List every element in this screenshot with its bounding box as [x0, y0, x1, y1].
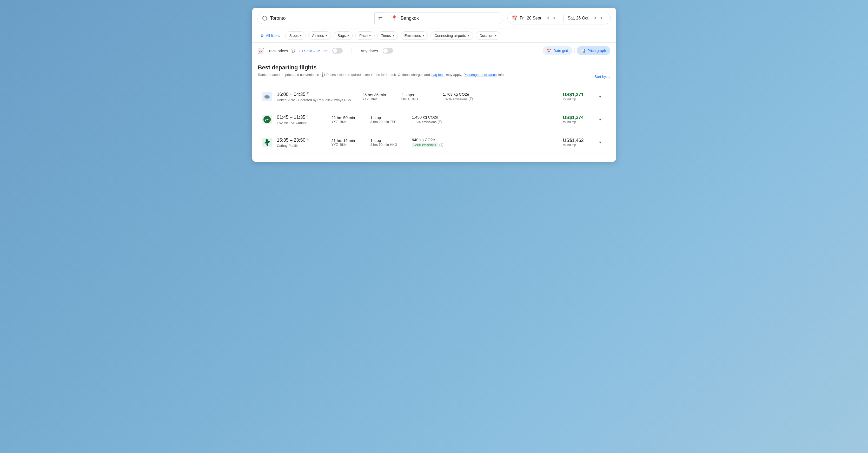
emissions-info-icon-3[interactable]: ℹ: [439, 143, 443, 147]
subtitle-row: Ranked based on price and convenience ℹ …: [258, 72, 610, 81]
price-type-2: round trip: [563, 120, 584, 124]
bags-label: Bags: [338, 33, 346, 38]
passenger-assistance-link[interactable]: Passenger assistance: [464, 73, 496, 77]
flight-list: 16:00 – 04:35+2 United, ANA · Operated b…: [258, 85, 610, 154]
connecting-airports-label: Connecting airports: [434, 33, 466, 38]
stops-chevron-icon: ▾: [300, 34, 302, 37]
return-next-button[interactable]: >: [598, 15, 604, 22]
track-bar: 📈 Track prices ℹ 20 Sept – 26 Oct Any da…: [252, 42, 616, 59]
table-row[interactable]: 16:00 – 04:35+2 United, ANA · Operated b…: [258, 85, 610, 108]
subtitle-info-icon[interactable]: ℹ: [320, 72, 325, 77]
destination-input[interactable]: 📍 Bangkok: [386, 12, 503, 24]
route-text-2: YYZ–BKK: [332, 120, 365, 124]
view-separator: [575, 48, 575, 54]
price-expand-2[interactable]: ▾: [598, 116, 602, 123]
return-prev-button[interactable]: <: [593, 15, 598, 22]
return-date-field[interactable]: Sat, 26 Oct < >: [563, 12, 611, 24]
offset-1: +2: [306, 91, 309, 95]
airline-name-3: Cathay Pacific: [277, 144, 324, 148]
depart-date-field[interactable]: 📅 Fri, 20 Sept < >: [508, 12, 563, 24]
svg-text:EVA: EVA: [265, 119, 270, 121]
price-expand-1[interactable]: ▾: [598, 93, 602, 100]
stops-filter[interactable]: Stops ▾: [285, 31, 306, 40]
airline-name-1: United, ANA · Operated by Republic Airwa…: [277, 98, 354, 102]
date-grid-button[interactable]: 📅 Date grid: [543, 46, 572, 55]
flight-emissions-2: 1,430 kg CO2e +15% emissions ℹ: [412, 115, 557, 124]
price-graph-button[interactable]: 📊 Price graph: [577, 46, 610, 55]
search-bar: Toronto ⇄ 📍 Bangkok 📅 Fri, 20 Sept < > S…: [252, 8, 616, 29]
filter-bar: ⚙ All filters Stops ▾ Airlines ▾ Bags ▾ …: [252, 29, 616, 42]
return-date-value: Sat, 26 Oct: [568, 16, 588, 21]
price-expand-3[interactable]: ▾: [598, 139, 602, 146]
time-range-3: 15:35 – 23:50+1: [277, 137, 324, 143]
price-amount-3: US$1,462: [563, 138, 584, 143]
flight-duration-1: 25 hrs 35 min YYZ–BKK: [363, 93, 396, 101]
origin-input[interactable]: Toronto: [257, 13, 375, 24]
time-range-1: 16:00 – 04:35+2: [277, 91, 354, 97]
depart-next-button[interactable]: >: [551, 15, 557, 22]
emissions-detail-1: +37% emissions ℹ: [443, 97, 557, 101]
stops-count-3: 1 stop: [370, 138, 407, 143]
emissions-info-icon-2[interactable]: ℹ: [438, 120, 442, 124]
any-dates-label: Any dates: [361, 49, 378, 53]
depart-date-nav: < >: [543, 15, 559, 22]
main-card: Toronto ⇄ 📍 Bangkok 📅 Fri, 20 Sept < > S…: [252, 8, 616, 162]
connecting-airports-filter[interactable]: Connecting airports ▾: [431, 31, 473, 40]
track-prices-info-icon[interactable]: ℹ: [291, 49, 295, 53]
airline-name-2: EVA Air · Air Canada: [277, 121, 324, 125]
flight-duration-2: 22 hrs 50 min YYZ–BKK: [332, 115, 365, 124]
duration-filter[interactable]: Duration ▾: [476, 31, 500, 40]
airlines-filter[interactable]: Airlines ▾: [308, 31, 331, 40]
track-prices-toggle[interactable]: [332, 48, 343, 54]
return-date-nav: < >: [591, 15, 607, 22]
price-chevron-icon: ▾: [369, 34, 371, 37]
swap-icon: ⇄: [378, 15, 382, 21]
any-dates-toggle[interactable]: [383, 48, 393, 54]
emissions-label-3: -24% emissions: [412, 143, 438, 147]
price-amount-1: US$1,371: [563, 92, 584, 97]
emissions-amount-3: 940 kg CO2e: [412, 138, 557, 142]
results-section: Best departing flights Ranked based on p…: [252, 59, 616, 162]
table-row[interactable]: 15:35 – 23:50+1 Cathay Pacific 21 hrs 15…: [258, 131, 610, 154]
times-filter[interactable]: Times ▾: [377, 31, 398, 40]
bags-chevron-icon: ▾: [347, 34, 349, 37]
destination-value: Bangkok: [401, 16, 419, 21]
sort-by-button[interactable]: Sort by: ↕: [594, 74, 610, 79]
flight-duration-3: 21 hrs 15 min YYZ–BKK: [332, 138, 365, 147]
route-text-1: YYZ–BKK: [363, 97, 396, 101]
track-prices-dates: 20 Sept – 26 Oct: [299, 49, 328, 53]
airline-logo-united: [262, 92, 272, 101]
emissions-detail-2: +15% emissions ℹ: [412, 120, 557, 124]
track-prices-icon: 📈: [258, 48, 265, 54]
table-row[interactable]: EVA 01:45 – 11:35+1 EVA Air · Air Canada…: [258, 108, 610, 131]
offset-2: +1: [306, 114, 309, 118]
swap-button[interactable]: ⇄: [375, 12, 386, 24]
time-range-2: 01:45 – 11:35+1: [277, 114, 324, 120]
price-type-1: round trip: [563, 97, 584, 101]
price-cell-3: US$1,462 round trip ▾: [559, 136, 606, 149]
duration-label: Duration: [479, 33, 493, 38]
duration-text-1: 25 hrs 35 min: [363, 93, 396, 97]
stops-detail-2: 3 hrs 20 min TPE: [370, 120, 407, 124]
price-row-1: US$1,371 round trip ▾: [559, 90, 606, 103]
bags-filter[interactable]: Bags ▾: [334, 31, 353, 40]
depart-date-value: Fri, 20 Sept: [520, 16, 541, 21]
emissions-info-icon-1[interactable]: ℹ: [469, 97, 473, 101]
track-separator: [351, 47, 352, 54]
depart-prev-button[interactable]: <: [545, 15, 551, 22]
emissions-label-1: +37% emissions: [443, 97, 468, 101]
all-filters-button[interactable]: ⚙ All filters: [257, 31, 283, 40]
stops-detail-1: ORD, HND: [401, 97, 438, 101]
emissions-filter[interactable]: Emissions ▾: [401, 31, 428, 40]
route-text-3: YYZ–BKK: [332, 143, 365, 147]
price-inner-1: US$1,371 round trip: [563, 92, 584, 101]
offset-3: +1: [306, 137, 309, 140]
origin-icon: [262, 16, 267, 21]
airlines-chevron-icon: ▾: [326, 34, 327, 37]
price-graph-icon: 📊: [581, 49, 585, 53]
bag-fees-link[interactable]: bag fees: [432, 73, 444, 77]
duration-text-2: 22 hrs 50 min: [332, 115, 365, 120]
price-filter[interactable]: Price ▾: [355, 31, 375, 40]
flight-times-3: 15:35 – 23:50+1 Cathay Pacific: [277, 137, 324, 148]
subtitle-text: Ranked based on price and convenience ℹ …: [258, 72, 505, 77]
